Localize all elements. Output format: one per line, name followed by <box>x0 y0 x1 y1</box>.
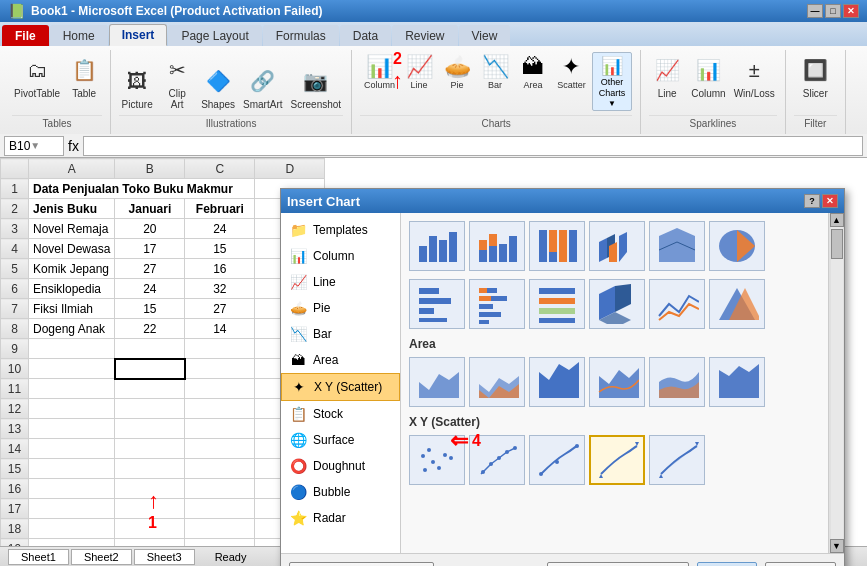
cell-c15[interactable] <box>185 459 255 479</box>
dialog-close-button[interactable]: ✕ <box>822 194 838 208</box>
slicer-button[interactable]: 🔲 Slicer <box>797 52 833 101</box>
cell-c10[interactable] <box>185 359 255 379</box>
chart-type-bubble[interactable]: 🔵 Bubble <box>281 479 400 505</box>
cell-a1[interactable]: Data Penjualan Toko Buku Makmur <box>29 179 255 199</box>
chart-type-column[interactable]: 📊 Column <box>281 243 400 269</box>
ok-button[interactable]: OK <box>697 562 757 566</box>
cell-c5[interactable]: 16 <box>185 259 255 279</box>
sheet-tab-1[interactable]: Sheet1 <box>8 549 69 565</box>
fx-icon[interactable]: fx <box>68 138 79 154</box>
cell-c14[interactable] <box>185 439 255 459</box>
cell-a11[interactable] <box>29 379 115 399</box>
sparkline-line-button[interactable]: 📈 Line <box>649 52 685 101</box>
insert-chart-dialog[interactable]: Insert Chart ? ✕ 📁 Templates 📊 Column <box>280 188 845 566</box>
cell-b10[interactable] <box>115 359 185 379</box>
cell-c16[interactable] <box>185 479 255 499</box>
scrollbar-thumb[interactable] <box>831 229 843 259</box>
chart-type-xy-scatter[interactable]: ✦ X Y (Scatter) <box>281 373 400 401</box>
cell-b5[interactable]: 27 <box>115 259 185 279</box>
dialog-help-button[interactable]: ? <box>804 194 820 208</box>
chart-type-doughnut[interactable]: ⭕ Doughnut <box>281 453 400 479</box>
window-controls[interactable]: — □ ✕ <box>807 4 859 18</box>
screenshot-button[interactable]: 📷 Screenshot <box>289 63 344 112</box>
cell-b3[interactable]: 20 <box>115 219 185 239</box>
chart-type-pie[interactable]: 🥧 Pie <box>281 295 400 321</box>
cell-b14[interactable] <box>115 439 185 459</box>
tab-insert[interactable]: Insert <box>109 24 168 46</box>
cell-a18[interactable] <box>29 519 115 539</box>
cell-b8[interactable]: 22 <box>115 319 185 339</box>
shapes-button[interactable]: 🔷 Shapes <box>199 63 237 112</box>
scatter-option-4[interactable] <box>589 435 645 485</box>
cell-b19[interactable] <box>115 539 185 547</box>
cell-a10[interactable] <box>29 359 115 379</box>
cell-c8[interactable]: 14 <box>185 319 255 339</box>
area-option-2[interactable] <box>469 357 525 407</box>
cell-b4[interactable]: 17 <box>115 239 185 259</box>
pivottable-button[interactable]: 🗂 PivotTable <box>12 52 62 101</box>
chart-option-bar-3d[interactable] <box>589 279 645 329</box>
cell-b7[interactable]: 15 <box>115 299 185 319</box>
cell-c11[interactable] <box>185 379 255 399</box>
cell-c6[interactable]: 32 <box>185 279 255 299</box>
scrollbar-down-button[interactable]: ▼ <box>830 539 844 553</box>
minimize-button[interactable]: — <box>807 4 823 18</box>
set-default-button[interactable]: Set as Default Chart <box>547 562 689 566</box>
chart-option-3d2[interactable] <box>649 221 705 271</box>
cell-b12[interactable] <box>115 399 185 419</box>
area-option-3[interactable] <box>529 357 585 407</box>
tab-home[interactable]: Home <box>50 25 108 46</box>
cell-c18[interactable] <box>185 519 255 539</box>
chart-option-bar3[interactable] <box>529 279 585 329</box>
cell-a4[interactable]: Novel Dewasa <box>29 239 115 259</box>
chart-option-col3[interactable] <box>529 221 585 271</box>
cell-c4[interactable]: 15 <box>185 239 255 259</box>
cell-b11[interactable] <box>115 379 185 399</box>
smartart-button[interactable]: 🔗 SmartArt <box>241 63 284 112</box>
scatter-option-2[interactable] <box>469 435 525 485</box>
manage-templates-button[interactable]: Manage Templates... <box>289 562 434 566</box>
scatter-chart-button[interactable]: ✦ Scatter <box>553 52 590 111</box>
table-button[interactable]: 📋 Table <box>66 52 102 101</box>
cell-b9[interactable] <box>115 339 185 359</box>
cell-reference-box[interactable]: B10 ▼ <box>4 136 64 156</box>
area-option-5[interactable] <box>649 357 705 407</box>
chart-option-col1[interactable] <box>409 221 465 271</box>
chart-type-line[interactable]: 📈 Line <box>281 269 400 295</box>
tab-review[interactable]: Review <box>392 25 457 46</box>
chart-type-area[interactable]: 🏔 Area <box>281 347 400 373</box>
tab-view[interactable]: View <box>459 25 511 46</box>
tab-data[interactable]: Data <box>340 25 391 46</box>
chart-type-stock[interactable]: 📋 Stock <box>281 401 400 427</box>
cell-b2[interactable]: Januari <box>115 199 185 219</box>
chart-option-3d1[interactable] <box>589 221 645 271</box>
dialog-scrollbar[interactable]: ▲ ▼ <box>828 213 844 553</box>
cell-a15[interactable] <box>29 459 115 479</box>
area-chart-button[interactable]: 🏔 Area <box>515 52 551 111</box>
area-option-1[interactable] <box>409 357 465 407</box>
chart-option-bar2[interactable] <box>469 279 525 329</box>
chart-option-bar1[interactable] <box>409 279 465 329</box>
cell-a16[interactable] <box>29 479 115 499</box>
scatter-option-3[interactable] <box>529 435 585 485</box>
bar-chart-button[interactable]: 📉 Bar <box>477 52 513 111</box>
sheet-tab-2[interactable]: Sheet2 <box>71 549 132 565</box>
chart-type-bar[interactable]: 📉 Bar <box>281 321 400 347</box>
cell-a13[interactable] <box>29 419 115 439</box>
cell-b15[interactable] <box>115 459 185 479</box>
cell-c13[interactable] <box>185 419 255 439</box>
scatter-option-5[interactable] <box>649 435 705 485</box>
cell-a7[interactable]: Fiksi Ilmiah <box>29 299 115 319</box>
cell-a19[interactable] <box>29 539 115 547</box>
line-chart-button[interactable]: 📈 Line <box>401 52 437 111</box>
sparkline-winloss-button[interactable]: ± Win/Loss <box>732 52 777 101</box>
cell-c12[interactable] <box>185 399 255 419</box>
cell-a8[interactable]: Dogeng Anak <box>29 319 115 339</box>
cell-c19[interactable] <box>185 539 255 547</box>
scrollbar-up-button[interactable]: ▲ <box>830 213 844 227</box>
cell-b18[interactable] <box>115 519 185 539</box>
chart-option-3d3[interactable] <box>709 221 765 271</box>
cancel-button[interactable]: Cancel <box>765 562 836 566</box>
close-button[interactable]: ✕ <box>843 4 859 18</box>
tab-page-layout[interactable]: Page Layout <box>168 25 261 46</box>
